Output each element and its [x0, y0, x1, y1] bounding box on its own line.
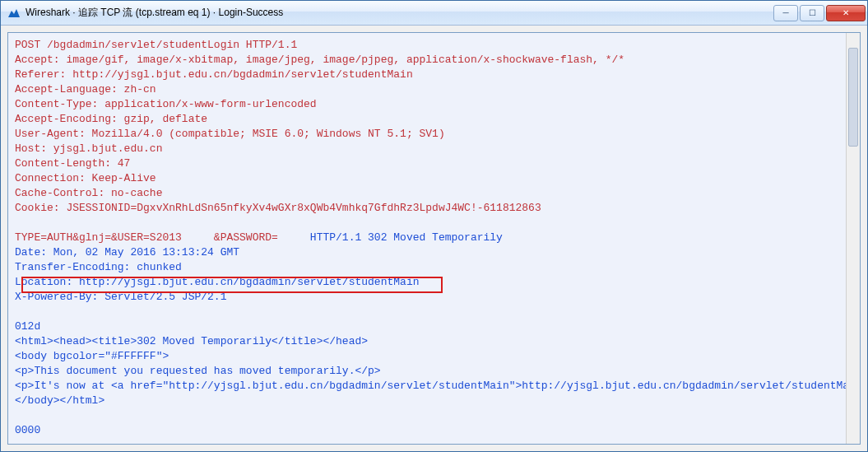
titlebar[interactable]: Wireshark · 追踪 TCP 流 (tcp.stream eq 1) ·… — [1, 1, 867, 26]
wireshark-icon — [7, 7, 21, 20]
request-line: Connection: Keep-Alive — [15, 172, 156, 184]
response-body-line: <p>It's now at <a href="http://yjsgl.bju… — [15, 380, 860, 392]
request-line: Content-Length: 47 — [15, 157, 130, 170]
response-body-line: 012d — [15, 320, 40, 333]
response-status: HTTP/1.1 302 Moved Temporarily — [310, 231, 503, 244]
request-line: Host: yjsgl.bjut.edu.cn — [15, 142, 162, 155]
request-body: TYPE=AUTH&glnj=&USER=S2013 &PASSWORD= — [15, 231, 310, 244]
request-line: Accept-Language: zh-cn — [15, 83, 156, 96]
maximize-icon: ☐ — [809, 8, 816, 17]
title-capture: Login-Success — [219, 7, 284, 18]
request-line: Accept: image/gif, image/x-xbitmap, imag… — [15, 54, 624, 66]
request-line: Referer: http://yjsgl.bjut.edu.cn/bgdadm… — [15, 68, 413, 81]
tcp-stream-text[interactable]: POST /bgdadmin/servlet/studentLogin HTTP… — [8, 33, 860, 444]
client-area: POST /bgdadmin/servlet/studentLogin HTTP… — [1, 26, 867, 451]
caption-buttons: ─ ☐ ✕ — [772, 5, 866, 21]
request-line: Accept-Encoding: gzip, deflate — [15, 113, 207, 125]
response-header: X-Powered-By: Servlet/2.5 JSP/2.1 — [15, 291, 226, 303]
request-line: POST /bgdadmin/servlet/studentLogin HTTP… — [15, 39, 297, 51]
response-header: Transfer-Encoding: chunked — [15, 261, 182, 273]
app-window: Wireshark · 追踪 TCP 流 (tcp.stream eq 1) ·… — [0, 0, 868, 452]
title-stream: 追踪 TCP 流 (tcp.stream eq 1) — [78, 7, 210, 18]
response-body-line: <p>This document you requested has moved… — [15, 365, 381, 377]
response-body-line: <html><head><title>302 Moved Temporarily… — [15, 335, 368, 347]
vertical-scrollbar[interactable] — [846, 33, 860, 444]
close-button[interactable]: ✕ — [826, 5, 866, 21]
tcp-stream-panel: POST /bgdadmin/servlet/studentLogin HTTP… — [7, 32, 861, 445]
response-body-line: </body></html> — [15, 394, 104, 407]
request-line: Cookie: JSESSIONID=DgxvXnRhLdSn65nfkyXv4… — [15, 202, 541, 214]
request-line: Content-Type: application/x-www-form-url… — [15, 98, 317, 110]
window-title: Wireshark · 追踪 TCP 流 (tcp.stream eq 1) ·… — [26, 6, 772, 20]
app-name: Wireshark — [26, 7, 70, 18]
minimize-icon: ─ — [782, 8, 788, 17]
request-line: Cache-Control: no-cache — [15, 187, 162, 199]
scrollbar-thumb[interactable] — [848, 48, 858, 147]
close-icon: ✕ — [842, 8, 849, 17]
maximize-button[interactable]: ☐ — [800, 5, 824, 21]
response-header: Date: Mon, 02 May 2016 13:13:24 GMT — [15, 246, 239, 259]
request-line: User-Agent: Mozilla/4.0 (compatible; MSI… — [15, 128, 445, 140]
minimize-button[interactable]: ─ — [773, 5, 798, 21]
response-body-line: 0000 — [15, 424, 40, 436]
response-header: Location: http://yjsgl.bjut.edu.cn/bgdad… — [15, 276, 419, 288]
response-body-line: <body bgcolor="#FFFFFF"> — [15, 350, 169, 362]
